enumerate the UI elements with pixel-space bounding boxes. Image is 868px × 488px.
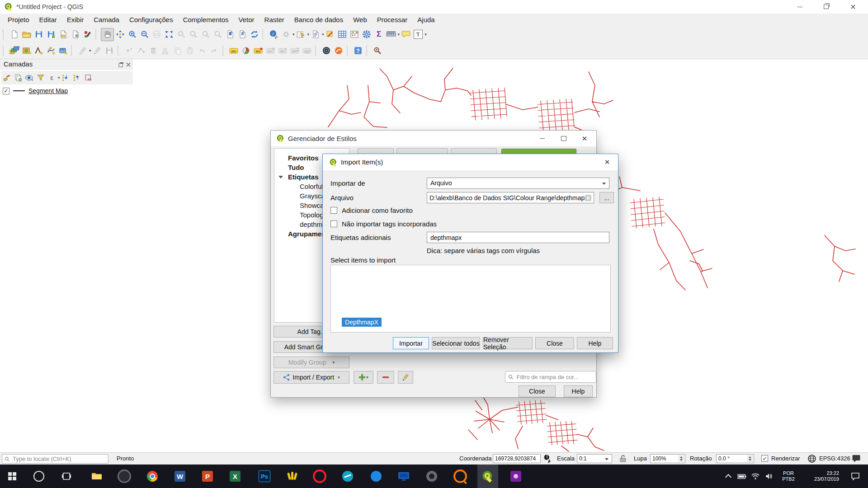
- opera-browser-button[interactable]: [309, 465, 330, 488]
- add-group-button[interactable]: [12, 72, 24, 84]
- show-bookmarks-button[interactable]: [236, 28, 248, 41]
- qgis-active-app-button[interactable]: [477, 465, 498, 488]
- new-temporary-scratch-layer-button[interactable]: ✳: [57, 45, 69, 57]
- selecionar-todos-button[interactable]: Selecionar todos: [432, 337, 480, 349]
- start-button[interactable]: [2, 465, 23, 488]
- toolbar-grip[interactable]: [3, 46, 6, 56]
- locator-box[interactable]: [2, 454, 108, 464]
- menu-web[interactable]: Web: [348, 14, 372, 26]
- annotation-dropdown-icon[interactable]: ▾: [425, 32, 427, 37]
- game-app-button[interactable]: [282, 465, 302, 488]
- spin-arrows-icon[interactable]: [678, 455, 684, 462]
- menu-configuracoes[interactable]: Configurações: [124, 14, 178, 26]
- toolbar-grip[interactable]: [315, 46, 319, 56]
- save-project-as-button[interactable]: [45, 28, 57, 41]
- remove-item-button[interactable]: [377, 371, 394, 384]
- photoshop-button[interactable]: Ps: [254, 465, 275, 488]
- delete-selected-button[interactable]: [147, 45, 160, 57]
- show-layout-manager-button[interactable]: [69, 28, 81, 41]
- expression-dropdown-icon[interactable]: ▾: [58, 75, 60, 80]
- import-close-button[interactable]: Close: [535, 337, 574, 349]
- remover-selecao-button[interactable]: Remover Seleção: [483, 337, 533, 349]
- toolbar-grip[interactable]: [347, 46, 350, 56]
- processing-toolbox-button[interactable]: [361, 28, 373, 41]
- lock-scale-icon[interactable]: [619, 455, 627, 463]
- restore-button[interactable]: [813, 0, 839, 14]
- rotate-label-button[interactable]: [289, 45, 301, 57]
- extent-tracker-icon[interactable]: [542, 454, 552, 463]
- task-view-button[interactable]: [56, 465, 77, 488]
- nominatim-search-plugin-button[interactable]: [321, 45, 333, 57]
- import-items-list[interactable]: DepthmapX: [330, 265, 611, 333]
- coordinate-field[interactable]: 169728,9203874: [493, 454, 541, 463]
- toolbar-grip[interactable]: [118, 46, 121, 56]
- import-dialog-titlebar[interactable]: Import Item(s) ✕: [323, 154, 618, 170]
- data-source-manager-button[interactable]: [8, 45, 20, 57]
- crs-text[interactable]: EPSG:4326: [819, 455, 850, 462]
- style-manager-button[interactable]: [81, 28, 94, 41]
- add-item-button[interactable]: ▾: [354, 371, 373, 384]
- copy-features-button[interactable]: [172, 45, 184, 57]
- rotation-spinbox[interactable]: 0.0 °: [716, 454, 754, 463]
- locator-input[interactable]: [12, 455, 106, 463]
- spin-arrows-icon[interactable]: [747, 455, 753, 462]
- word-button[interactable]: W: [170, 465, 190, 488]
- modify-group-button[interactable]: Modify Group▾: [274, 357, 349, 368]
- style-manager-close-icon[interactable]: ✕: [576, 131, 594, 146]
- run-action-dropdown-icon[interactable]: ▾: [292, 32, 295, 37]
- modify-group-dropdown-icon[interactable]: ▾: [333, 360, 335, 365]
- blue-circle-app-button[interactable]: [366, 465, 387, 488]
- menu-editar[interactable]: Editar: [34, 14, 62, 26]
- paste-features-button[interactable]: [184, 45, 196, 57]
- filter-legend-button[interactable]: [35, 72, 46, 84]
- new-geopackage-layer-button[interactable]: ✳: [20, 45, 33, 57]
- clock[interactable]: 23:2223/07/2019: [801, 470, 839, 482]
- open-project-button[interactable]: [20, 28, 33, 41]
- favorite-checkbox[interactable]: [330, 207, 337, 214]
- filter-by-expression-button[interactable]: ε: [46, 72, 57, 84]
- recorder-app-button[interactable]: [114, 465, 135, 488]
- clear-field-icon[interactable]: [585, 195, 591, 201]
- zoom-full-button[interactable]: [163, 28, 175, 41]
- layer-name[interactable]: Segment Map: [28, 87, 68, 94]
- save-project-button[interactable]: [33, 28, 45, 41]
- no-embedded-tags-label[interactable]: Não importar tags incorporadas: [342, 220, 437, 228]
- redo-button[interactable]: [208, 45, 221, 57]
- zoom-next-button[interactable]: [212, 28, 224, 41]
- tray-chevron-icon[interactable]: [722, 465, 735, 488]
- edit-item-button[interactable]: [398, 371, 413, 384]
- menu-complementos[interactable]: Complementos: [178, 14, 234, 26]
- statistical-summary-button[interactable]: [349, 28, 361, 41]
- style-manager-close-button[interactable]: Close: [519, 385, 556, 397]
- menu-processar[interactable]: Processar: [372, 14, 413, 26]
- file-explorer-button[interactable]: [86, 465, 107, 488]
- tv-app-button[interactable]: [393, 465, 414, 488]
- select-features-button[interactable]: [295, 28, 307, 41]
- zoom-native-button[interactable]: 1:1: [151, 28, 163, 41]
- save-layer-edits-button[interactable]: [104, 45, 116, 57]
- toolbar-grip[interactable]: [71, 46, 75, 56]
- manage-map-themes-button[interactable]: [24, 72, 35, 84]
- camera-lens-app-button[interactable]: [421, 465, 442, 488]
- highlight-pinned-labels-button[interactable]: [264, 45, 277, 57]
- layer-labeling-options-button[interactable]: [228, 45, 240, 57]
- teal-app-button[interactable]: [337, 465, 358, 488]
- new-shapefile-layer-button[interactable]: ✳: [33, 45, 45, 57]
- ramp-item-name-selected[interactable]: DepthmapX: [342, 318, 382, 327]
- import-from-combobox[interactable]: Arquivo: [427, 178, 609, 189]
- minimize-button[interactable]: [787, 0, 813, 14]
- measure-tool-button[interactable]: [385, 28, 397, 41]
- current-edits-dropdown-icon[interactable]: ▾: [89, 48, 91, 53]
- cortana-button[interactable]: [28, 465, 49, 488]
- chrome-button[interactable]: [142, 465, 163, 488]
- pan-map-button[interactable]: [101, 28, 114, 41]
- network-icon[interactable]: [749, 465, 762, 488]
- menu-camada[interactable]: Camada: [89, 14, 124, 26]
- cut-features-button[interactable]: [160, 45, 172, 57]
- messages-icon[interactable]: [852, 454, 861, 463]
- add-feature-button[interactable]: [123, 45, 135, 57]
- zoom-last-button[interactable]: [199, 28, 212, 41]
- style-manager-maximize-icon[interactable]: [555, 131, 573, 146]
- additional-tags-field[interactable]: depthmapx: [427, 232, 609, 243]
- new-spatialite-layer-button[interactable]: ✳: [45, 45, 57, 57]
